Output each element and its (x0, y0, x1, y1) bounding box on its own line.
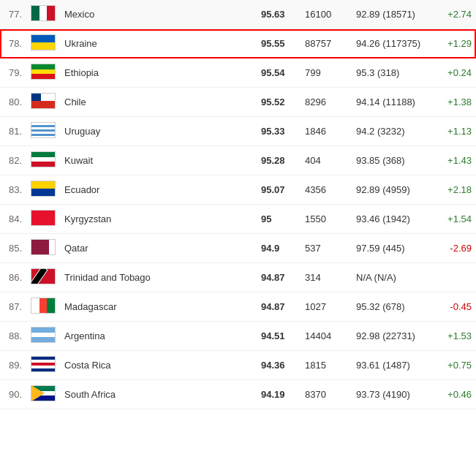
prev-score-cell: 93.73 (4190) (352, 380, 432, 409)
table-row[interactable]: 82. Kuwait 95.28 404 93.85 (368) +1.43 (0, 146, 476, 175)
prev-score-cell: 93.61 (1487) (352, 351, 432, 380)
rank-cell: 80. (0, 88, 26, 117)
rank-cell: 90. (0, 380, 26, 409)
table-row[interactable]: 88. Argentina 94.51 14404 92.98 (22731) … (0, 322, 476, 351)
flag-cell (26, 205, 60, 234)
table-row[interactable]: 83. Ecuador 95.07 4356 92.89 (4959) +2.1… (0, 175, 476, 205)
table-row[interactable]: 87. Madagascar 94.87 1027 95.32 (678) -0… (0, 292, 476, 322)
change-cell (432, 263, 476, 292)
score-cell: 94.9 (257, 234, 301, 263)
flag-cell (26, 58, 60, 88)
count-cell: 314 (301, 263, 352, 292)
count-cell: 4356 (301, 175, 352, 205)
score-cell: 95.07 (257, 175, 301, 205)
rankings-table: 77. Mexico 95.63 16100 92.89 (18571) +2.… (0, 0, 476, 409)
score-cell: 95 (257, 205, 301, 234)
country-flag (31, 122, 56, 138)
country-flag (31, 93, 56, 109)
change-cell: +1.54 (432, 205, 476, 234)
prev-score-cell: 95.3 (318) (352, 58, 432, 88)
score-cell: 95.28 (257, 146, 301, 175)
prev-score-cell: 92.89 (4959) (352, 175, 432, 205)
rank-cell: 87. (0, 292, 26, 322)
change-cell: +2.18 (432, 175, 476, 205)
country-name-cell: Ethiopia (60, 58, 257, 88)
change-cell: +1.13 (432, 117, 476, 146)
country-name-cell: Argentina (60, 322, 257, 351)
table-row[interactable]: 86. Trinidad and Tobago 94.87 314 N/A (N… (0, 263, 476, 292)
flag-cell (26, 0, 60, 29)
rank-cell: 81. (0, 117, 26, 146)
table-row[interactable]: 79. Ethiopia 95.54 799 95.3 (318) +0.24 (0, 58, 476, 88)
rank-cell: 85. (0, 234, 26, 263)
change-cell: +1.53 (432, 322, 476, 351)
flag-cell (26, 146, 60, 175)
count-cell: 8370 (301, 380, 352, 409)
score-cell: 94.87 (257, 292, 301, 322)
country-name-cell: Kyrgyzstan (60, 205, 257, 234)
count-cell: 537 (301, 234, 352, 263)
table-row[interactable]: 84. Kyrgyzstan 95 1550 93.46 (1942) +1.5… (0, 205, 476, 234)
prev-score-cell: 94.26 (117375) (352, 29, 432, 58)
rank-cell: 83. (0, 175, 26, 205)
count-cell: 1846 (301, 117, 352, 146)
rank-cell: 88. (0, 322, 26, 351)
change-cell: +0.24 (432, 58, 476, 88)
prev-score-cell: 95.32 (678) (352, 292, 432, 322)
country-name-cell: South Africa (60, 380, 257, 409)
change-cell: +0.75 (432, 351, 476, 380)
table-row[interactable]: 78. Ukraine 95.55 88757 94.26 (117375) +… (0, 29, 476, 58)
prev-score-cell: 97.59 (445) (352, 234, 432, 263)
table-row[interactable]: 90. South Africa 94.19 8370 93.73 (4190)… (0, 380, 476, 409)
flag-cell (26, 234, 60, 263)
country-flag (31, 239, 56, 255)
count-cell: 1815 (301, 351, 352, 380)
country-name-cell: Chile (60, 88, 257, 117)
rank-cell: 82. (0, 146, 26, 175)
flag-cell (26, 292, 60, 322)
score-cell: 95.63 (257, 0, 301, 29)
country-flag (31, 34, 56, 50)
country-flag (31, 181, 56, 197)
country-name-cell: Madagascar (60, 292, 257, 322)
table-row[interactable]: 81. Uruguay 95.33 1846 94.2 (3232) +1.13 (0, 117, 476, 146)
country-flag (31, 210, 56, 226)
flag-cell (26, 263, 60, 292)
count-cell: 14404 (301, 322, 352, 351)
country-flag (31, 5, 56, 21)
rank-cell: 84. (0, 205, 26, 234)
flag-cell (26, 175, 60, 205)
change-cell: +1.29 (432, 29, 476, 58)
count-cell: 1550 (301, 205, 352, 234)
country-name-cell: Costa Rica (60, 351, 257, 380)
country-name-cell: Uruguay (60, 117, 257, 146)
change-cell: +1.43 (432, 146, 476, 175)
score-cell: 94.87 (257, 263, 301, 292)
country-name-cell: Ukraine (60, 29, 257, 58)
table-row[interactable]: 89. Costa Rica 94.36 1815 93.61 (1487) +… (0, 351, 476, 380)
score-cell: 94.36 (257, 351, 301, 380)
prev-score-cell: 93.46 (1942) (352, 205, 432, 234)
country-flag (31, 64, 56, 80)
table-row[interactable]: 80. Chile 95.52 8296 94.14 (11188) +1.38 (0, 88, 476, 117)
country-flag (31, 268, 56, 284)
count-cell: 88757 (301, 29, 352, 58)
score-cell: 95.33 (257, 117, 301, 146)
flag-cell (26, 380, 60, 409)
country-flag (31, 151, 56, 167)
table-row[interactable]: 85. Qatar 94.9 537 97.59 (445) -2.69 (0, 234, 476, 263)
country-name-cell: Trinidad and Tobago (60, 263, 257, 292)
count-cell: 8296 (301, 88, 352, 117)
table-row[interactable]: 77. Mexico 95.63 16100 92.89 (18571) +2.… (0, 0, 476, 29)
score-cell: 94.51 (257, 322, 301, 351)
rank-cell: 79. (0, 58, 26, 88)
change-cell: +1.38 (432, 88, 476, 117)
country-name-cell: Ecuador (60, 175, 257, 205)
prev-score-cell: 92.89 (18571) (352, 0, 432, 29)
rank-cell: 78. (0, 29, 26, 58)
count-cell: 16100 (301, 0, 352, 29)
count-cell: 404 (301, 146, 352, 175)
flag-cell (26, 88, 60, 117)
score-cell: 94.19 (257, 380, 301, 409)
score-cell: 95.52 (257, 88, 301, 117)
